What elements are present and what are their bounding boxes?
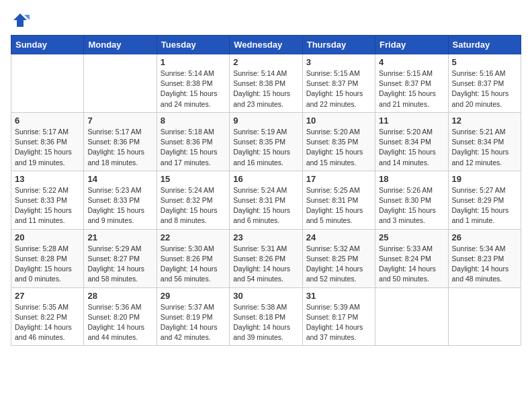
day-number: 4 [379, 57, 444, 67]
day-number: 9 [233, 116, 298, 126]
day-number: 6 [15, 116, 80, 126]
day-info: Sunrise: 5:17 AM Sunset: 8:36 PM Dayligh… [87, 127, 152, 168]
logo-icon [11, 11, 30, 30]
day-cell: 28Sunrise: 5:36 AM Sunset: 8:20 PM Dayli… [84, 287, 157, 346]
day-cell [11, 54, 84, 113]
day-cell: 27Sunrise: 5:35 AM Sunset: 8:22 PM Dayli… [11, 287, 84, 346]
day-info: Sunrise: 5:33 AM Sunset: 8:24 PM Dayligh… [379, 244, 444, 285]
day-info: Sunrise: 5:26 AM Sunset: 8:30 PM Dayligh… [379, 185, 444, 226]
day-number: 5 [452, 57, 517, 67]
day-cell: 14Sunrise: 5:23 AM Sunset: 8:33 PM Dayli… [84, 171, 157, 229]
day-info: Sunrise: 5:18 AM Sunset: 8:36 PM Dayligh… [161, 127, 226, 168]
day-number: 19 [452, 174, 517, 184]
day-cell: 18Sunrise: 5:26 AM Sunset: 8:30 PM Dayli… [375, 171, 448, 229]
day-info: Sunrise: 5:15 AM Sunset: 8:37 PM Dayligh… [306, 68, 371, 109]
day-number: 25 [379, 232, 444, 242]
day-info: Sunrise: 5:35 AM Sunset: 8:22 PM Dayligh… [15, 302, 80, 343]
day-number: 31 [306, 291, 371, 301]
day-info: Sunrise: 5:24 AM Sunset: 8:32 PM Dayligh… [161, 185, 226, 226]
day-cell: 8Sunrise: 5:18 AM Sunset: 8:36 PM Daylig… [157, 112, 229, 171]
day-cell: 31Sunrise: 5:39 AM Sunset: 8:17 PM Dayli… [302, 287, 375, 346]
day-number: 2 [233, 57, 298, 67]
day-cell: 1Sunrise: 5:14 AM Sunset: 8:38 PM Daylig… [157, 54, 229, 113]
day-cell: 21Sunrise: 5:29 AM Sunset: 8:27 PM Dayli… [84, 229, 157, 287]
day-info: Sunrise: 5:37 AM Sunset: 8:19 PM Dayligh… [161, 302, 226, 343]
day-cell: 29Sunrise: 5:37 AM Sunset: 8:19 PM Dayli… [157, 287, 229, 346]
calendar-table: SundayMondayTuesdayWednesdayThursdayFrid… [11, 35, 521, 346]
day-number: 8 [161, 116, 226, 126]
day-info: Sunrise: 5:32 AM Sunset: 8:25 PM Dayligh… [306, 244, 371, 285]
day-number: 16 [233, 174, 298, 184]
day-info: Sunrise: 5:28 AM Sunset: 8:28 PM Dayligh… [15, 244, 80, 285]
day-info: Sunrise: 5:15 AM Sunset: 8:37 PM Dayligh… [379, 68, 444, 109]
weekday-header-thursday: Thursday [302, 36, 375, 54]
day-cell: 20Sunrise: 5:28 AM Sunset: 8:28 PM Dayli… [11, 229, 84, 287]
week-row-3: 13Sunrise: 5:22 AM Sunset: 8:33 PM Dayli… [11, 171, 521, 229]
day-cell: 11Sunrise: 5:20 AM Sunset: 8:34 PM Dayli… [375, 112, 448, 171]
day-cell: 5Sunrise: 5:16 AM Sunset: 8:37 PM Daylig… [448, 54, 521, 113]
day-info: Sunrise: 5:17 AM Sunset: 8:36 PM Dayligh… [15, 127, 80, 168]
weekday-header-sunday: Sunday [11, 36, 84, 54]
day-number: 20 [15, 232, 80, 242]
day-cell: 26Sunrise: 5:34 AM Sunset: 8:23 PM Dayli… [448, 229, 521, 287]
day-info: Sunrise: 5:19 AM Sunset: 8:35 PM Dayligh… [233, 127, 298, 168]
day-info: Sunrise: 5:34 AM Sunset: 8:23 PM Dayligh… [452, 244, 517, 285]
day-info: Sunrise: 5:23 AM Sunset: 8:33 PM Dayligh… [87, 185, 152, 226]
day-info: Sunrise: 5:39 AM Sunset: 8:17 PM Dayligh… [306, 302, 371, 343]
day-info: Sunrise: 5:31 AM Sunset: 8:26 PM Dayligh… [233, 244, 298, 285]
day-number: 28 [87, 291, 152, 301]
day-number: 29 [161, 291, 226, 301]
day-number: 27 [15, 291, 80, 301]
day-info: Sunrise: 5:14 AM Sunset: 8:38 PM Dayligh… [161, 68, 226, 109]
day-info: Sunrise: 5:14 AM Sunset: 8:38 PM Dayligh… [233, 68, 298, 109]
day-number: 26 [452, 232, 517, 242]
day-cell: 17Sunrise: 5:25 AM Sunset: 8:31 PM Dayli… [302, 171, 375, 229]
day-info: Sunrise: 5:30 AM Sunset: 8:26 PM Dayligh… [161, 244, 226, 285]
weekday-header-row: SundayMondayTuesdayWednesdayThursdayFrid… [11, 36, 521, 54]
day-number: 1 [161, 57, 226, 67]
day-number: 21 [87, 232, 152, 242]
day-cell: 6Sunrise: 5:17 AM Sunset: 8:36 PM Daylig… [11, 112, 84, 171]
day-cell: 3Sunrise: 5:15 AM Sunset: 8:37 PM Daylig… [302, 54, 375, 113]
day-info: Sunrise: 5:20 AM Sunset: 8:35 PM Dayligh… [306, 127, 371, 168]
week-row-2: 6Sunrise: 5:17 AM Sunset: 8:36 PM Daylig… [11, 112, 521, 171]
day-number: 3 [306, 57, 371, 67]
day-cell: 16Sunrise: 5:24 AM Sunset: 8:31 PM Dayli… [230, 171, 302, 229]
week-row-4: 20Sunrise: 5:28 AM Sunset: 8:28 PM Dayli… [11, 229, 521, 287]
weekday-header-saturday: Saturday [448, 36, 521, 54]
weekday-header-friday: Friday [375, 36, 448, 54]
weekday-header-tuesday: Tuesday [157, 36, 229, 54]
day-number: 18 [379, 174, 444, 184]
day-cell [448, 287, 521, 346]
day-info: Sunrise: 5:22 AM Sunset: 8:33 PM Dayligh… [15, 185, 80, 226]
page-header [11, 11, 521, 30]
day-info: Sunrise: 5:27 AM Sunset: 8:29 PM Dayligh… [452, 185, 517, 226]
day-cell: 9Sunrise: 5:19 AM Sunset: 8:35 PM Daylig… [230, 112, 302, 171]
day-cell: 12Sunrise: 5:21 AM Sunset: 8:34 PM Dayli… [448, 112, 521, 171]
day-cell: 24Sunrise: 5:32 AM Sunset: 8:25 PM Dayli… [302, 229, 375, 287]
day-number: 14 [87, 174, 152, 184]
day-cell: 10Sunrise: 5:20 AM Sunset: 8:35 PM Dayli… [302, 112, 375, 171]
day-info: Sunrise: 5:38 AM Sunset: 8:18 PM Dayligh… [233, 302, 298, 343]
day-number: 12 [452, 116, 517, 126]
day-info: Sunrise: 5:20 AM Sunset: 8:34 PM Dayligh… [379, 127, 444, 168]
day-number: 17 [306, 174, 371, 184]
day-number: 10 [306, 116, 371, 126]
day-number: 23 [233, 232, 298, 242]
day-cell: 7Sunrise: 5:17 AM Sunset: 8:36 PM Daylig… [84, 112, 157, 171]
day-info: Sunrise: 5:24 AM Sunset: 8:31 PM Dayligh… [233, 185, 298, 226]
logo [11, 11, 31, 30]
day-info: Sunrise: 5:36 AM Sunset: 8:20 PM Dayligh… [87, 302, 152, 343]
day-number: 30 [233, 291, 298, 301]
day-cell: 22Sunrise: 5:30 AM Sunset: 8:26 PM Dayli… [157, 229, 229, 287]
day-number: 24 [306, 232, 371, 242]
week-row-5: 27Sunrise: 5:35 AM Sunset: 8:22 PM Dayli… [11, 287, 521, 346]
day-cell: 25Sunrise: 5:33 AM Sunset: 8:24 PM Dayli… [375, 229, 448, 287]
day-cell: 23Sunrise: 5:31 AM Sunset: 8:26 PM Dayli… [230, 229, 302, 287]
week-row-1: 1Sunrise: 5:14 AM Sunset: 8:38 PM Daylig… [11, 54, 521, 113]
day-info: Sunrise: 5:21 AM Sunset: 8:34 PM Dayligh… [452, 127, 517, 168]
weekday-header-wednesday: Wednesday [230, 36, 302, 54]
day-cell [84, 54, 157, 113]
day-number: 11 [379, 116, 444, 126]
day-cell: 2Sunrise: 5:14 AM Sunset: 8:38 PM Daylig… [230, 54, 302, 113]
